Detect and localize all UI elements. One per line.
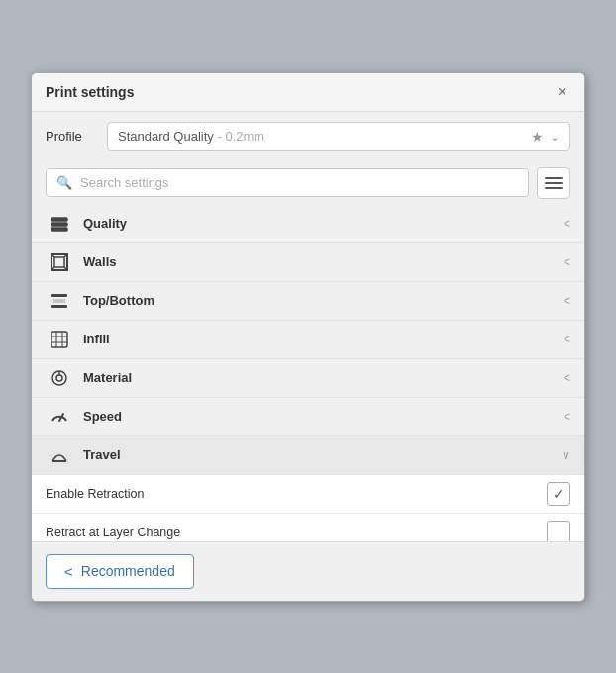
window-title: Print settings — [46, 84, 134, 100]
speed-chevron: < — [564, 410, 570, 424]
recommended-button[interactable]: < Recommended — [46, 554, 194, 589]
print-settings-window: Print settings × Profile Standard Qualit… — [31, 72, 585, 602]
quality-chevron: < — [564, 217, 570, 231]
speed-icon — [46, 407, 73, 427]
svg-rect-9 — [51, 294, 67, 297]
profile-label: Profile — [46, 129, 95, 144]
category-infill-label: Infill — [83, 332, 564, 346]
walls-icon — [46, 252, 73, 272]
back-chevron-icon: < — [64, 563, 73, 580]
chevron-down-icon: ⌄ — [550, 130, 560, 144]
category-quality[interactable]: Quality < — [32, 205, 584, 243]
category-speed[interactable]: Speed < — [32, 398, 584, 436]
search-row: 🔍 Search settings — [32, 161, 584, 205]
svg-rect-2 — [51, 228, 67, 231]
menu-icon-button[interactable] — [537, 167, 570, 199]
topbottom-chevron: < — [564, 294, 570, 308]
travel-chevron: ∨ — [562, 448, 570, 462]
material-icon — [46, 368, 73, 388]
travel-icon — [46, 445, 73, 465]
setting-retract-layer-change: Retract at Layer Change — [32, 514, 584, 541]
enable-retraction-checkbox[interactable]: ✓ — [547, 482, 570, 506]
svg-rect-4 — [54, 257, 64, 267]
category-travel[interactable]: Travel ∨ — [32, 436, 584, 475]
category-quality-label: Quality — [83, 216, 564, 231]
category-topbottom-label: Top/Bottom — [83, 293, 564, 308]
category-travel-label: Travel — [83, 447, 562, 462]
titlebar: Print settings × — [32, 73, 584, 112]
category-material[interactable]: Material < — [32, 359, 584, 398]
walls-chevron: < — [564, 255, 570, 269]
search-box[interactable]: 🔍 Search settings — [46, 168, 529, 197]
search-placeholder: Search settings — [80, 175, 169, 190]
enable-retraction-label: Enable Retraction — [46, 487, 547, 501]
profile-row: Profile Standard Quality - 0.2mm ★ ⌄ — [32, 112, 584, 161]
star-icon: ★ — [531, 129, 544, 144]
svg-rect-13 — [51, 332, 67, 347]
menu-line-3 — [545, 187, 563, 189]
topbottom-icon — [46, 291, 73, 311]
quality-icon — [46, 214, 73, 234]
category-speed-label: Speed — [83, 409, 564, 424]
svg-rect-10 — [51, 305, 67, 308]
category-walls[interactable]: Walls < — [32, 243, 584, 282]
svg-rect-1 — [51, 223, 67, 226]
svg-point-19 — [56, 375, 62, 381]
search-icon: 🔍 — [56, 175, 72, 190]
checkmark-icon: ✓ — [553, 486, 565, 502]
recommended-label: Recommended — [81, 563, 175, 579]
infill-chevron: < — [564, 333, 570, 346]
category-walls-label: Walls — [83, 254, 564, 269]
menu-line-2 — [545, 182, 563, 184]
setting-enable-retraction: ➡ Enable Retraction ✓ — [32, 475, 584, 514]
profile-dropdown[interactable]: Standard Quality - 0.2mm ★ ⌄ — [107, 122, 570, 151]
footer: < Recommended — [32, 541, 584, 601]
profile-value: Standard Quality - 0.2mm — [118, 129, 264, 144]
profile-dropdown-icons: ★ ⌄ — [531, 129, 560, 144]
infill-icon — [46, 330, 73, 349]
settings-scroll-area[interactable]: Quality < Walls < — [32, 205, 584, 541]
settings-list: Quality < Walls < — [32, 205, 584, 541]
material-chevron: < — [564, 371, 570, 385]
category-infill[interactable]: Infill < — [32, 321, 584, 359]
svg-rect-0 — [51, 218, 67, 221]
retract-layer-change-label: Retract at Layer Change — [46, 526, 547, 539]
retract-layer-change-checkbox[interactable] — [547, 521, 570, 541]
category-material-label: Material — [83, 370, 564, 385]
category-topbottom[interactable]: Top/Bottom < — [32, 282, 584, 321]
menu-line-1 — [545, 177, 563, 179]
close-button[interactable]: × — [554, 83, 570, 101]
